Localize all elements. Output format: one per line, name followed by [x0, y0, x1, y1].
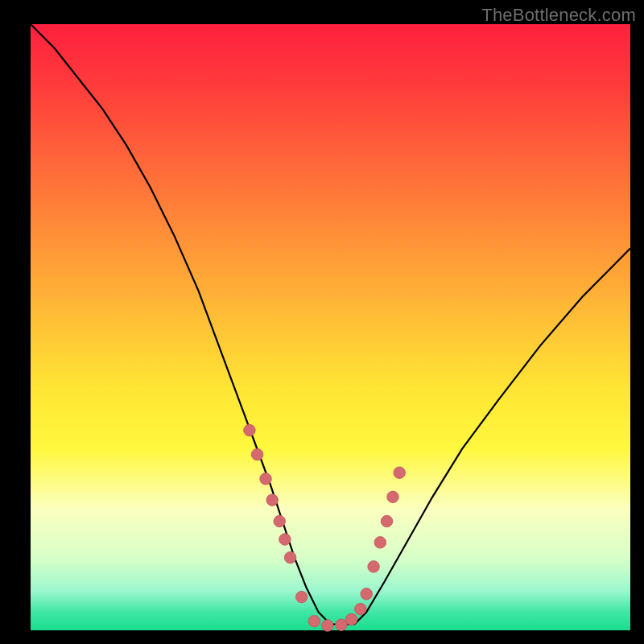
data-marker: [361, 588, 372, 600]
data-marker: [266, 494, 278, 506]
data-marker: [355, 603, 366, 614]
watermark-text: TheBottleneck.com: [481, 5, 636, 26]
data-marker: [322, 620, 333, 631]
data-marker: [308, 616, 320, 627]
data-marker: [368, 561, 379, 572]
data-marker: [374, 537, 386, 548]
data-marker: [296, 591, 308, 602]
data-marker: [274, 515, 285, 526]
data-marker: [381, 515, 392, 526]
data-marker: [336, 619, 347, 630]
data-marker: [251, 448, 262, 460]
data-marker: [345, 613, 357, 625]
data-marker: [284, 551, 295, 563]
data-marker: [244, 424, 255, 436]
bottleneck-chart: [0, 0, 644, 644]
data-marker: [387, 491, 398, 502]
data-marker: [394, 467, 405, 478]
chart-frame: TheBottleneck.com: [0, 0, 644, 644]
data-marker: [279, 534, 291, 545]
plot-background: [31, 24, 630, 630]
data-marker: [260, 473, 271, 485]
